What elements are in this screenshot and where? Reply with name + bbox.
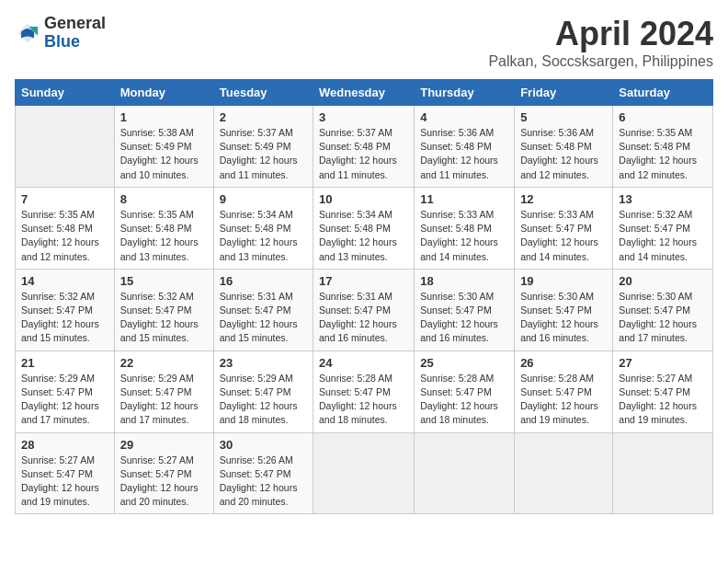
- day-info: Sunrise: 5:38 AMSunset: 5:49 PMDaylight:…: [120, 126, 208, 182]
- day-info: Sunrise: 5:37 AMSunset: 5:49 PMDaylight:…: [220, 126, 307, 182]
- calendar-cell: 9Sunrise: 5:34 AMSunset: 5:48 PMDaylight…: [213, 187, 313, 269]
- day-number: 23: [220, 356, 307, 370]
- calendar-day-header: Monday: [114, 80, 213, 106]
- day-number: 16: [220, 274, 307, 288]
- calendar-day-header: Sunday: [16, 80, 115, 106]
- calendar-day-header: Saturday: [613, 80, 713, 106]
- day-number: 4: [420, 110, 508, 124]
- calendar-cell: 27Sunrise: 5:27 AMSunset: 5:47 PMDayligh…: [613, 350, 713, 432]
- calendar-body: 1Sunrise: 5:38 AMSunset: 5:49 PMDaylight…: [16, 106, 713, 514]
- day-info: Sunrise: 5:30 AMSunset: 5:47 PMDaylight:…: [520, 290, 607, 346]
- calendar-week-row: 7Sunrise: 5:35 AMSunset: 5:48 PMDaylight…: [16, 187, 713, 269]
- day-number: 7: [21, 192, 108, 206]
- day-number: 2: [220, 110, 307, 124]
- logo-icon: [15, 20, 40, 46]
- day-number: 14: [21, 274, 108, 288]
- day-info: Sunrise: 5:32 AMSunset: 5:47 PMDaylight:…: [120, 290, 208, 346]
- day-info: Sunrise: 5:28 AMSunset: 5:47 PMDaylight:…: [520, 372, 607, 428]
- calendar-cell: 29Sunrise: 5:27 AMSunset: 5:47 PMDayligh…: [114, 432, 213, 514]
- day-info: Sunrise: 5:30 AMSunset: 5:47 PMDaylight:…: [619, 290, 707, 346]
- day-number: 22: [120, 356, 208, 370]
- day-info: Sunrise: 5:36 AMSunset: 5:48 PMDaylight:…: [420, 126, 508, 182]
- calendar-cell: [415, 432, 515, 514]
- calendar-cell: 1Sunrise: 5:38 AMSunset: 5:49 PMDaylight…: [114, 106, 213, 188]
- calendar-cell: 13Sunrise: 5:32 AMSunset: 5:47 PMDayligh…: [613, 187, 713, 269]
- calendar-cell: 22Sunrise: 5:29 AMSunset: 5:47 PMDayligh…: [114, 350, 213, 432]
- calendar-cell: 25Sunrise: 5:28 AMSunset: 5:47 PMDayligh…: [415, 350, 515, 432]
- month-title: April 2024: [488, 15, 713, 53]
- calendar-week-row: 21Sunrise: 5:29 AMSunset: 5:47 PMDayligh…: [16, 350, 713, 432]
- day-number: 15: [120, 274, 208, 288]
- calendar-day-header: Wednesday: [313, 80, 415, 106]
- page-header: General Blue April 2024 Palkan, Soccsksa…: [15, 15, 713, 70]
- day-number: 5: [520, 110, 607, 124]
- calendar-cell: [16, 106, 115, 188]
- calendar-cell: 10Sunrise: 5:34 AMSunset: 5:48 PMDayligh…: [313, 187, 415, 269]
- day-info: Sunrise: 5:36 AMSunset: 5:48 PMDaylight:…: [520, 126, 607, 182]
- day-number: 11: [420, 192, 508, 206]
- day-number: 10: [319, 192, 408, 206]
- day-info: Sunrise: 5:32 AMSunset: 5:47 PMDaylight:…: [21, 290, 108, 346]
- calendar-cell: 30Sunrise: 5:26 AMSunset: 5:47 PMDayligh…: [213, 432, 313, 514]
- day-number: 18: [420, 274, 508, 288]
- day-info: Sunrise: 5:34 AMSunset: 5:48 PMDaylight:…: [319, 208, 408, 264]
- day-info: Sunrise: 5:31 AMSunset: 5:47 PMDaylight:…: [220, 290, 307, 346]
- calendar-cell: [515, 432, 613, 514]
- day-info: Sunrise: 5:35 AMSunset: 5:48 PMDaylight:…: [21, 208, 108, 264]
- day-number: 27: [619, 356, 707, 370]
- logo: General Blue: [15, 15, 106, 52]
- day-number: 3: [319, 110, 408, 124]
- calendar-week-row: 28Sunrise: 5:27 AMSunset: 5:47 PMDayligh…: [16, 432, 713, 514]
- day-info: Sunrise: 5:35 AMSunset: 5:48 PMDaylight:…: [619, 126, 707, 182]
- day-info: Sunrise: 5:29 AMSunset: 5:47 PMDaylight:…: [120, 372, 208, 428]
- calendar-cell: 5Sunrise: 5:36 AMSunset: 5:48 PMDaylight…: [515, 106, 613, 188]
- day-info: Sunrise: 5:28 AMSunset: 5:47 PMDaylight:…: [319, 372, 408, 428]
- calendar-cell: 17Sunrise: 5:31 AMSunset: 5:47 PMDayligh…: [313, 269, 415, 350]
- day-number: 21: [21, 356, 108, 370]
- calendar-cell: 18Sunrise: 5:30 AMSunset: 5:47 PMDayligh…: [415, 269, 515, 350]
- calendar-day-header: Thursday: [415, 80, 515, 106]
- calendar-cell: 6Sunrise: 5:35 AMSunset: 5:48 PMDaylight…: [613, 106, 713, 188]
- day-info: Sunrise: 5:27 AMSunset: 5:47 PMDaylight:…: [619, 372, 707, 428]
- calendar-cell: 4Sunrise: 5:36 AMSunset: 5:48 PMDaylight…: [415, 106, 515, 188]
- day-info: Sunrise: 5:27 AMSunset: 5:47 PMDaylight:…: [120, 454, 208, 510]
- day-info: Sunrise: 5:34 AMSunset: 5:48 PMDaylight:…: [220, 208, 307, 264]
- calendar-cell: 23Sunrise: 5:29 AMSunset: 5:47 PMDayligh…: [213, 350, 313, 432]
- day-info: Sunrise: 5:26 AMSunset: 5:47 PMDaylight:…: [220, 454, 307, 510]
- calendar-cell: 20Sunrise: 5:30 AMSunset: 5:47 PMDayligh…: [613, 269, 713, 350]
- calendar-week-row: 1Sunrise: 5:38 AMSunset: 5:49 PMDaylight…: [16, 106, 713, 188]
- location-title: Palkan, Soccsksargen, Philippines: [488, 53, 713, 70]
- day-info: Sunrise: 5:31 AMSunset: 5:47 PMDaylight:…: [319, 290, 408, 346]
- calendar-cell: 2Sunrise: 5:37 AMSunset: 5:49 PMDaylight…: [213, 106, 313, 188]
- logo-text: General Blue: [44, 15, 106, 52]
- calendar-cell: [613, 432, 713, 514]
- day-info: Sunrise: 5:35 AMSunset: 5:48 PMDaylight:…: [120, 208, 208, 264]
- title-block: April 2024 Palkan, Soccsksargen, Philipp…: [488, 15, 713, 70]
- day-number: 17: [319, 274, 408, 288]
- calendar-cell: 8Sunrise: 5:35 AMSunset: 5:48 PMDaylight…: [114, 187, 213, 269]
- day-info: Sunrise: 5:37 AMSunset: 5:48 PMDaylight:…: [319, 126, 408, 182]
- day-info: Sunrise: 5:28 AMSunset: 5:47 PMDaylight:…: [420, 372, 508, 428]
- day-number: 24: [319, 356, 408, 370]
- calendar-cell: 7Sunrise: 5:35 AMSunset: 5:48 PMDaylight…: [16, 187, 115, 269]
- day-number: 26: [520, 356, 607, 370]
- day-number: 6: [619, 110, 707, 124]
- calendar-cell: 15Sunrise: 5:32 AMSunset: 5:47 PMDayligh…: [114, 269, 213, 350]
- calendar-cell: [313, 432, 415, 514]
- calendar-cell: 12Sunrise: 5:33 AMSunset: 5:47 PMDayligh…: [515, 187, 613, 269]
- day-info: Sunrise: 5:32 AMSunset: 5:47 PMDaylight:…: [619, 208, 707, 264]
- day-number: 1: [120, 110, 208, 124]
- day-info: Sunrise: 5:29 AMSunset: 5:47 PMDaylight:…: [220, 372, 307, 428]
- day-number: 20: [619, 274, 707, 288]
- day-number: 8: [120, 192, 208, 206]
- calendar-cell: 3Sunrise: 5:37 AMSunset: 5:48 PMDaylight…: [313, 106, 415, 188]
- calendar-cell: 14Sunrise: 5:32 AMSunset: 5:47 PMDayligh…: [16, 269, 115, 350]
- calendar-cell: 28Sunrise: 5:27 AMSunset: 5:47 PMDayligh…: [16, 432, 115, 514]
- day-number: 13: [619, 192, 707, 206]
- day-info: Sunrise: 5:30 AMSunset: 5:47 PMDaylight:…: [420, 290, 508, 346]
- logo-blue: Blue: [44, 33, 106, 52]
- calendar-week-row: 14Sunrise: 5:32 AMSunset: 5:47 PMDayligh…: [16, 269, 713, 350]
- day-info: Sunrise: 5:33 AMSunset: 5:48 PMDaylight:…: [420, 208, 508, 264]
- calendar-cell: 19Sunrise: 5:30 AMSunset: 5:47 PMDayligh…: [515, 269, 613, 350]
- day-number: 25: [420, 356, 508, 370]
